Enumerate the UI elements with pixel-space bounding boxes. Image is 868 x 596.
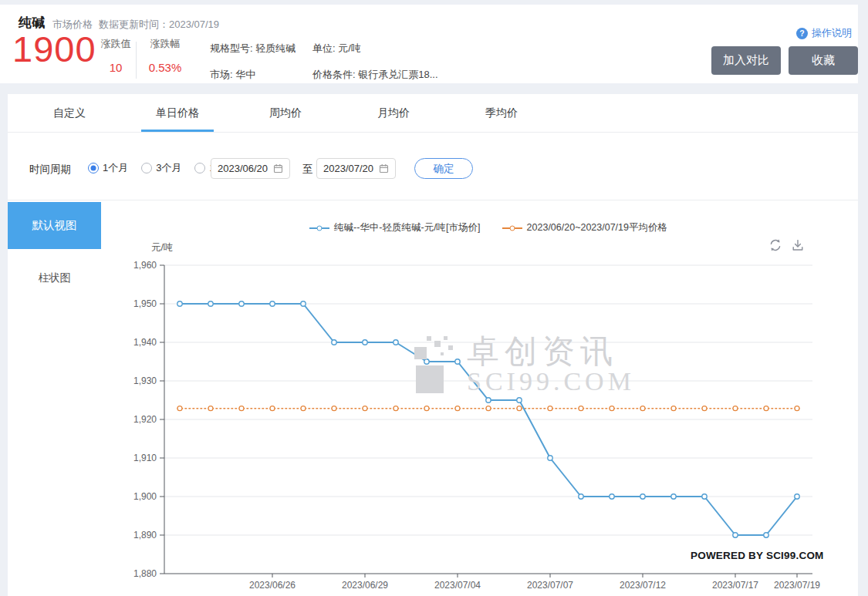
period-radio-label: 1个月 bbox=[103, 161, 128, 175]
tab-daily-price[interactable]: 单日价格 bbox=[123, 94, 231, 132]
tab-weekly-avg[interactable]: 周均价 bbox=[231, 94, 339, 132]
period-radio-3-months[interactable]: 3个月 bbox=[141, 161, 181, 175]
price-marker bbox=[517, 398, 522, 402]
powered-by-label: POWERED BY SCI99.COM bbox=[691, 550, 824, 561]
main-content: 自定义单日价格周均价月均价季均价 时间周期 1个月3个月1年 2023/06/2… bbox=[8, 94, 858, 596]
legend-marker-dot bbox=[317, 225, 323, 231]
update-time-value: 2023/07/19 bbox=[169, 19, 219, 30]
help-link[interactable]: ? 操作说明 bbox=[796, 26, 852, 40]
refresh-icon[interactable] bbox=[768, 238, 782, 252]
x-tick-label: 2023/07/04 bbox=[434, 580, 481, 591]
average-marker bbox=[177, 406, 182, 411]
average-marker bbox=[795, 406, 799, 411]
favorite-button[interactable]: 收藏 bbox=[789, 46, 858, 75]
data-update-time: 数据更新时间：2023/07/19 bbox=[99, 18, 219, 32]
help-link-label: 操作说明 bbox=[812, 26, 852, 40]
spec-model: 规格型号: 轻质纯碱 bbox=[210, 42, 296, 56]
average-marker bbox=[424, 406, 429, 411]
tab-label: 单日价格 bbox=[156, 106, 199, 120]
price-condition: 价格条件: 银行承兑汇票18... bbox=[312, 68, 438, 82]
chart-legend: 纯碱--华中-轻质纯碱-元/吨[市场价]2023/06/20~2023/07/1… bbox=[164, 221, 812, 234]
start-date-input[interactable]: 2023/06/20 bbox=[211, 158, 290, 179]
average-marker bbox=[640, 406, 645, 411]
legend-label: 纯碱--华中-轻质纯碱-元/吨[市场价] bbox=[334, 221, 481, 234]
x-tick-label: 2023/07/07 bbox=[527, 580, 573, 591]
market-region: 市场: 华中 bbox=[210, 68, 296, 82]
end-date-input[interactable]: 2023/07/20 bbox=[316, 158, 396, 179]
tab-bar: 自定义单日价格周均价月均价季均价 bbox=[8, 94, 858, 133]
average-marker bbox=[301, 406, 306, 411]
legend-item-average-series[interactable]: 2023/06/20~2023/07/19平均价格 bbox=[502, 221, 667, 234]
average-marker bbox=[733, 406, 738, 411]
price-marker bbox=[332, 340, 336, 345]
tab-monthly-avg[interactable]: 月均价 bbox=[339, 94, 448, 132]
time-period-label: 时间周期 bbox=[29, 163, 71, 177]
price-unit: 单位: 元/吨 bbox=[312, 42, 438, 56]
change-value: 10 bbox=[110, 61, 123, 74]
header: 纯碱 市场价格 数据更新时间：2023/07/19 1900 涨跌值 10 涨跌… bbox=[0, 5, 858, 83]
price-line-chart: 1,8801,8901,9001,9101,9201,9301,9401,950… bbox=[108, 258, 833, 596]
spec-info: 规格型号: 轻质纯碱 市场: 华中 bbox=[210, 42, 296, 82]
x-tick-label: 2023/07/12 bbox=[620, 580, 666, 591]
x-axis-labels: 2023/06/262023/06/292023/07/042023/07/07… bbox=[249, 574, 820, 591]
average-marker bbox=[517, 406, 522, 411]
average-marker bbox=[579, 406, 583, 411]
legend-item-price-series[interactable]: 纯碱--华中-轻质纯碱-元/吨[市场价] bbox=[309, 221, 481, 234]
divider bbox=[136, 42, 137, 79]
y-tick-label: 1,940 bbox=[133, 337, 157, 348]
change-percent-label: 涨跌幅 bbox=[150, 37, 181, 51]
chart-toolbar bbox=[768, 238, 805, 252]
y-tick-label: 1,920 bbox=[133, 414, 157, 425]
add-to-compare-button[interactable]: 加入对比 bbox=[711, 46, 781, 75]
change-value-block: 涨跌值 10 bbox=[94, 37, 137, 74]
price-marker bbox=[671, 494, 676, 499]
active-tab-indicator bbox=[141, 130, 214, 132]
price-marker bbox=[177, 301, 182, 306]
current-price: 1900 bbox=[12, 28, 96, 70]
tab-quarterly-avg[interactable]: 季均价 bbox=[448, 94, 556, 132]
x-tick-label: 2023/06/26 bbox=[249, 580, 296, 591]
average-marker bbox=[486, 406, 491, 411]
price-marker bbox=[363, 340, 367, 345]
period-radio-1-month[interactable]: 1个月 bbox=[88, 161, 128, 175]
change-percent-block: 涨跌幅 0.53% bbox=[144, 37, 187, 74]
average-marker bbox=[239, 406, 244, 411]
price-marker bbox=[239, 301, 244, 306]
average-marker bbox=[393, 406, 398, 411]
average-marker bbox=[671, 406, 676, 411]
y-tick-label: 1,880 bbox=[133, 568, 157, 579]
tab-custom[interactable]: 自定义 bbox=[15, 94, 123, 132]
average-marker bbox=[548, 406, 552, 411]
radio-icon bbox=[194, 163, 205, 173]
download-icon[interactable] bbox=[791, 238, 805, 252]
price-marker bbox=[733, 533, 738, 537]
question-icon: ? bbox=[796, 28, 808, 39]
date-range-to-label: 至 bbox=[302, 163, 313, 177]
price-marker bbox=[270, 301, 275, 306]
price-marker bbox=[579, 494, 583, 499]
filter-row: 时间周期 1个月3个月1年 2023/06/20 至 2023/07/20 确定 bbox=[8, 133, 858, 200]
sidebar-item-default-view[interactable]: 默认视图 bbox=[8, 202, 101, 249]
average-series bbox=[177, 406, 799, 411]
average-marker bbox=[332, 406, 336, 411]
average-marker bbox=[208, 406, 213, 411]
tab-label: 季均价 bbox=[485, 106, 518, 120]
price-marker bbox=[548, 456, 552, 460]
radio-selected-icon bbox=[88, 163, 99, 173]
end-date-value: 2023/07/20 bbox=[323, 163, 373, 174]
price-marker bbox=[208, 301, 213, 306]
price-marker bbox=[486, 398, 491, 402]
y-tick-label: 1,890 bbox=[133, 530, 157, 540]
page-gutter bbox=[858, 0, 868, 596]
average-marker bbox=[702, 406, 707, 411]
radio-icon bbox=[141, 163, 152, 173]
x-tick-label: 2023/07/17 bbox=[712, 580, 758, 591]
y-tick-label: 1,930 bbox=[133, 375, 157, 386]
average-marker bbox=[363, 406, 367, 411]
confirm-button[interactable]: 确定 bbox=[414, 158, 473, 179]
tab-label: 周均价 bbox=[269, 106, 302, 120]
price-marker bbox=[640, 494, 645, 499]
sidebar-item-bar-chart[interactable]: 柱状图 bbox=[8, 270, 101, 285]
tab-label: 自定义 bbox=[53, 106, 86, 120]
page: { "page": { "background": "#edf0f5", "ac… bbox=[0, 0, 868, 596]
